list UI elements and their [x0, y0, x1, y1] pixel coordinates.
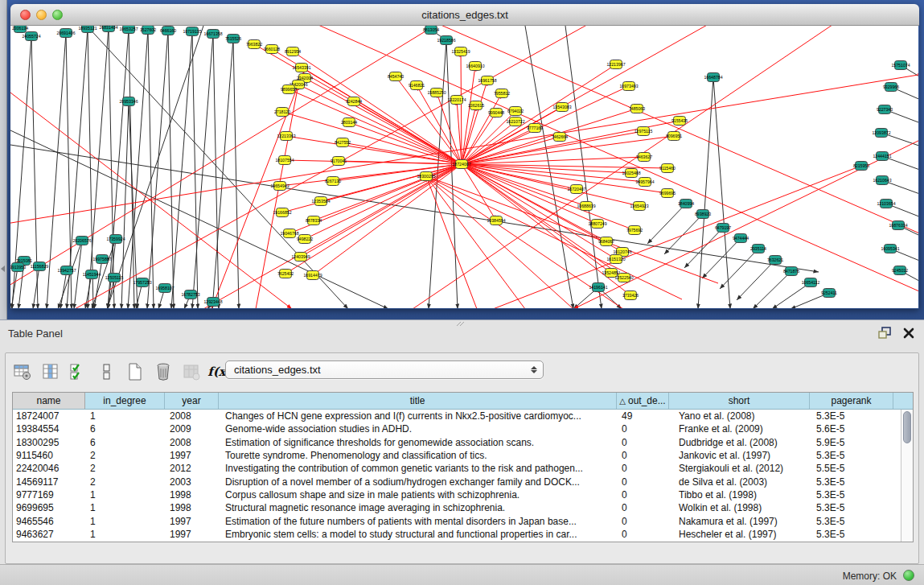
graph-node[interactable]: 11156829 — [31, 262, 48, 271]
graph-node[interactable]: 7625402 — [277, 270, 294, 278]
graph-node[interactable]: 1733426 — [622, 291, 639, 300]
table-cell[interactable]: Wolkin et al. (1998) — [669, 502, 810, 513]
graph-node[interactable]: 7632621 — [767, 256, 783, 265]
close-panel-icon[interactable] — [903, 328, 914, 339]
table-cell[interactable]: 5.9E-5 — [810, 437, 893, 448]
table-cell[interactable]: 5.3E-5 — [810, 450, 893, 461]
table-cell[interactable]: 9115460 — [13, 450, 85, 461]
table-cell[interactable]: 2 — [85, 450, 165, 461]
table-cell[interactable]: 0 — [617, 423, 669, 435]
show-columns-icon[interactable] — [40, 361, 61, 382]
table-cell[interactable]: Dudbridge et al. (2008) — [669, 437, 810, 448]
graph-node[interactable]: 12505115 — [105, 274, 124, 282]
scrollbar-thumb[interactable] — [903, 411, 911, 443]
graph-node[interactable]: 12444151 — [873, 152, 891, 161]
graph-node[interactable]: 9227343 — [877, 105, 893, 114]
column-header-short[interactable]: short — [669, 393, 810, 409]
graph-node[interactable]: 18107554 — [275, 156, 294, 165]
graph-node[interactable]: 8813054 — [423, 26, 439, 35]
column-header-year[interactable]: year — [165, 393, 219, 409]
minimize-window-icon[interactable] — [36, 10, 47, 20]
table-cell[interactable]: 9463627 — [13, 529, 85, 540]
graph-node[interactable]: 19975887 — [92, 255, 111, 264]
table-cell[interactable]: 5.3E-5 — [810, 489, 893, 501]
graph-node[interactable]: 17359924 — [106, 235, 125, 244]
column-header-out-degree[interactable]: △ out_de... — [617, 393, 669, 409]
table-cell[interactable]: 6 — [85, 437, 165, 448]
table-cell[interactable]: Disruption of a novel member of a sodium… — [219, 476, 617, 488]
table-cell[interactable]: 9699695 — [13, 502, 85, 513]
graph-node[interactable]: 14196141 — [589, 283, 607, 292]
table-row[interactable]: 911546021997Tourette syndrome. Phenomeno… — [13, 449, 913, 462]
graph-node[interactable]: 16210643 — [873, 176, 891, 185]
graph-node[interactable]: 12975115 — [634, 127, 653, 136]
table-cell[interactable]: 2008 — [165, 410, 219, 422]
table-row[interactable]: 2242004622012Investigating the contribut… — [13, 462, 913, 475]
table-cell[interactable]: 1 — [85, 502, 165, 513]
graph-node[interactable]: 10384594 — [487, 216, 505, 225]
table-cell[interactable]: 1997 — [165, 529, 219, 540]
graph-node[interactable]: 9170041 — [331, 157, 347, 166]
graph-node[interactable]: 9990448 — [488, 109, 504, 117]
column-header-name[interactable]: name — [13, 393, 85, 409]
graph-node[interactable]: 13220174 — [447, 96, 466, 105]
table-cell[interactable]: Embryonic stem cells: a model to study s… — [219, 529, 617, 540]
graph-node[interactable]: 2935114 — [750, 245, 766, 253]
table-cell[interactable]: Changes of HCN gene expression and I(f) … — [219, 410, 617, 422]
graph-node[interactable]: 12093872 — [872, 129, 890, 138]
graph-node[interactable]: 12103654 — [877, 200, 895, 208]
table-row[interactable]: 946362711997Embryonic stem cells: a mode… — [13, 528, 913, 541]
graph-node[interactable]: 16640910 — [466, 62, 484, 71]
graph-node[interactable]: 8938923 — [695, 210, 711, 219]
graph-node[interactable]: 9329966 — [883, 83, 899, 92]
graph-node[interactable]: 1527602 — [140, 26, 156, 35]
table-cell[interactable]: 5.3E-5 — [810, 502, 893, 513]
graph-node[interactable]: 9684067 — [598, 237, 614, 246]
graph-node[interactable]: 7485063 — [629, 105, 645, 113]
table-cell[interactable]: 14569117 — [13, 476, 85, 488]
table-cell[interactable]: de Silva et al. (2003) — [669, 476, 810, 488]
table-row[interactable]: 1872400712008Changes of HCN gene express… — [13, 410, 913, 422]
graph-node[interactable]: 8912954 — [285, 47, 301, 56]
table-cell[interactable]: 5.5E-5 — [810, 463, 893, 474]
table-cell[interactable]: 0 — [617, 489, 669, 501]
table-cell[interactable]: 0 — [617, 529, 669, 540]
zoom-window-icon[interactable] — [52, 10, 63, 20]
graph-node[interactable]: 12353584 — [311, 197, 330, 206]
table-row[interactable]: 946554611997Estimation of the future num… — [13, 514, 913, 527]
graph-node[interactable]: 3913953 — [10, 263, 26, 272]
graph-node[interactable]: 15885250 — [427, 89, 446, 97]
graph-node[interactable]: 8267130 — [325, 177, 341, 186]
graph-node[interactable]: 9245012 — [892, 266, 908, 275]
graph-node[interactable]: 1362615 — [468, 101, 484, 110]
graph-node[interactable]: 10025488 — [622, 169, 640, 178]
table-cell[interactable]: Corpus callosum shape and size in male p… — [219, 489, 617, 501]
float-panel-icon[interactable] — [878, 327, 892, 340]
table-row[interactable]: 977716911998Corpus callosum shape and si… — [13, 488, 913, 501]
table-cell[interactable]: 1997 — [165, 516, 219, 527]
graph-node[interactable]: 7515526 — [225, 35, 241, 43]
graph-node[interactable]: 9777169 — [527, 124, 543, 133]
delete-table-icon[interactable] — [153, 361, 174, 382]
table-cell[interactable]: 2003 — [165, 476, 219, 488]
table-row[interactable]: 1938455462009Genome-wide association stu… — [13, 422, 913, 435]
graph-node[interactable]: 8096951 — [666, 132, 682, 141]
graph-node[interactable]: 13942757 — [57, 266, 76, 275]
graph-node[interactable]: 19166852 — [273, 208, 291, 217]
graph-node[interactable]: 8878334 — [306, 216, 322, 225]
table-cell[interactable]: 9465546 — [13, 516, 85, 527]
graph-node[interactable]: 8471876 — [783, 267, 799, 276]
graph-node[interactable]: 8215953 — [853, 162, 869, 171]
table-cell[interactable]: 19384554 — [13, 423, 85, 435]
table-cell[interactable]: 1 — [85, 516, 165, 527]
graph-node[interactable]: 9115460 — [659, 164, 676, 173]
table-cell[interactable]: 18300295 — [13, 437, 85, 448]
table-cell[interactable]: 5.3E-5 — [810, 529, 893, 540]
table-cell[interactable]: 0 — [617, 502, 669, 513]
table-row[interactable]: 1456911722003Disruption of a novel membe… — [13, 475, 913, 488]
graph-node[interactable]: 24055724 — [22, 32, 40, 41]
graph-node[interactable]: 9252411 — [821, 289, 837, 298]
table-cell[interactable]: 0 — [617, 437, 669, 448]
graph-node[interactable]: 7462664 — [552, 133, 568, 142]
table-cell[interactable]: 2012 — [165, 463, 219, 474]
